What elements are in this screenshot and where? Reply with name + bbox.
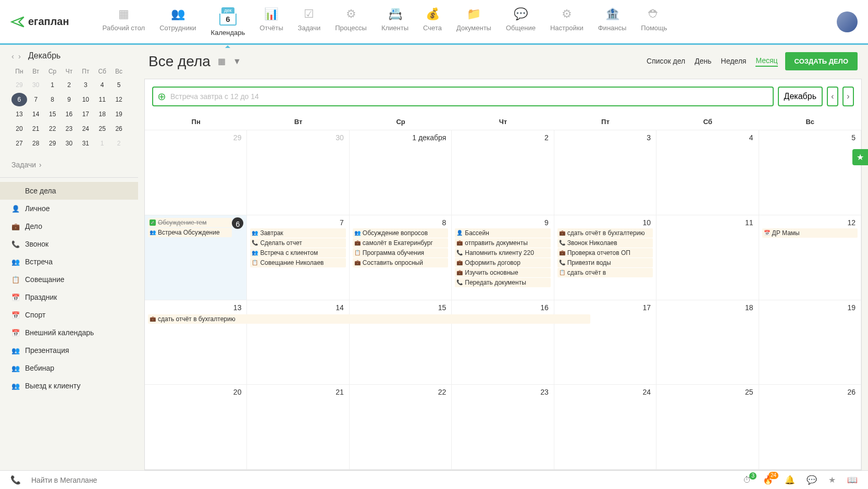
star-icon[interactable]: ★ — [828, 475, 836, 485]
sidebar-item-Внешний календарь[interactable]: 📅Внешний календарь — [0, 324, 138, 341]
mini-day[interactable]: 1 — [45, 78, 60, 92]
sidebar-item-Личное[interactable]: 👤Личное — [0, 200, 138, 217]
mini-day[interactable]: 3 — [78, 78, 93, 92]
event[interactable]: 💼Проверка отчетов ОП — [557, 248, 653, 258]
nav-Общение[interactable]: 💬Общение — [499, 3, 543, 41]
nav-Процессы[interactable]: ⚙Процессы — [328, 3, 374, 41]
cal-cell[interactable]: 26 — [759, 385, 861, 469]
cal-cell[interactable]: 1 декабря — [350, 130, 452, 215]
event[interactable]: 👤Бассейн — [455, 228, 550, 238]
nav-Отчёты[interactable]: 📊Отчёты — [252, 3, 290, 41]
event[interactable]: 💼самолёт в Екатеринбург — [353, 238, 448, 248]
cal-cell[interactable]: 11 — [656, 215, 759, 300]
event[interactable]: 📅ДР Мамы — [762, 228, 858, 238]
mini-day[interactable]: 30 — [61, 137, 77, 150]
mini-day[interactable]: 20 — [11, 122, 27, 136]
phone-icon[interactable]: 📞 — [10, 475, 21, 485]
event[interactable]: 📞Сделать отчет — [250, 238, 345, 248]
event[interactable]: 👥Завтрак — [250, 228, 345, 238]
mini-day[interactable]: 30 — [28, 78, 44, 92]
mini-day[interactable]: 12 — [111, 93, 127, 106]
list-icon[interactable]: ▦ — [218, 56, 226, 66]
nav-Помощь[interactable]: ⛑Помощь — [634, 3, 674, 41]
cal-cell[interactable]: 18 — [656, 300, 759, 385]
mini-day[interactable]: 29 — [11, 78, 27, 92]
mini-day[interactable]: 29 — [45, 137, 60, 150]
view-tab-Список дел[interactable]: Список дел — [647, 57, 685, 66]
create-task-button[interactable]: СОЗДАТЬ ДЕЛО — [785, 52, 858, 70]
cal-prev[interactable]: ‹ — [827, 87, 838, 106]
cal-next[interactable]: › — [842, 87, 854, 106]
mini-day[interactable]: 26 — [111, 122, 127, 136]
nav-Рабочий стол[interactable]: ▦Рабочий стол — [95, 3, 153, 41]
user-avatar[interactable] — [837, 11, 858, 32]
month-selector[interactable]: Декабрь — [778, 87, 823, 106]
cal-cell[interactable]: 9👤Бассейн💼отправить документы📞Напомнить … — [452, 215, 554, 300]
mini-day[interactable]: 5 — [111, 78, 127, 92]
view-tab-День[interactable]: День — [695, 57, 711, 66]
sidebar-item-Встреча[interactable]: 👥Встреча — [0, 253, 138, 271]
mini-day[interactable]: 28 — [28, 137, 44, 150]
mini-day[interactable]: 17 — [78, 107, 93, 121]
mini-day[interactable]: 4 — [94, 78, 110, 92]
mini-day[interactable]: 25 — [94, 122, 110, 136]
event[interactable]: 📞Привезти воды — [557, 258, 653, 267]
event[interactable]: 💼сдать отчёт в бухгалтерию — [557, 228, 653, 238]
tasks-link[interactable]: Задачи› — [0, 156, 138, 173]
nav-Клиенты[interactable]: 📇Клиенты — [374, 3, 416, 41]
sidebar-item-Совещание[interactable]: 📋Совещание — [0, 271, 138, 288]
sidebar-item-Выезд к клиенту[interactable]: 👥Выезд к клиенту — [0, 377, 138, 395]
mini-day[interactable]: 11 — [94, 93, 110, 106]
event[interactable]: 💼Оформить договор — [455, 258, 550, 267]
sidebar-item-Дело[interactable]: 💼Дело — [0, 217, 138, 235]
cal-cell[interactable]: 21 — [247, 385, 349, 469]
bell-icon[interactable]: 🔔 — [785, 475, 795, 485]
event[interactable]: 👥Встреча с клиентом — [250, 248, 345, 258]
event[interactable]: 📞Напомнить клиенту 220 — [455, 248, 550, 258]
cal-cell[interactable]: 30 — [247, 130, 349, 215]
mini-day[interactable]: 10 — [78, 93, 93, 106]
sidebar-item-Презентация[interactable]: 👥Презентация — [0, 341, 138, 359]
mini-day[interactable]: 22 — [45, 122, 60, 136]
mini-day[interactable]: 13 — [11, 107, 27, 121]
mini-day[interactable]: 21 — [28, 122, 44, 136]
event[interactable]: 📋Совещание Николаев — [250, 258, 345, 267]
cal-cell[interactable]: 8👥Обсуждение вопросов💼самолёт в Екатерин… — [350, 215, 452, 300]
event[interactable]: 👥Обсуждение вопросов — [353, 228, 448, 238]
cal-cell[interactable]: 7👥Завтрак📞Сделать отчет👥Встреча с клиент… — [247, 215, 349, 300]
event[interactable]: 💼Составить опросный — [353, 258, 448, 267]
mini-day[interactable]: 2 — [61, 78, 77, 92]
nav-Настройки[interactable]: ⚙Настройки — [543, 3, 591, 41]
event[interactable]: ✓Обсуждение тем — [148, 218, 232, 227]
cal-cell[interactable]: 23 — [452, 385, 554, 469]
cal-cell[interactable]: 13💼сдать отчёт в бухгалтерию — [145, 300, 247, 385]
alert-icon[interactable]: ⏱3 — [743, 475, 751, 485]
sidebar-item-Все дела[interactable]: Все дела — [0, 182, 138, 200]
event[interactable]: 💼Изучить основные — [455, 268, 550, 277]
book-icon[interactable]: 📖 — [847, 475, 858, 485]
sidebar-item-Вебинар[interactable]: 👥Вебинар — [0, 359, 138, 377]
chat-icon[interactable]: 💬 — [807, 475, 817, 485]
mini-day[interactable]: 1 — [94, 137, 110, 150]
sidebar-item-Спорт[interactable]: 📅Спорт — [0, 306, 138, 324]
event-span[interactable]: 💼сдать отчёт в бухгалтерию — [148, 314, 590, 324]
mini-day[interactable]: 23 — [61, 122, 77, 136]
view-tab-Месяц[interactable]: Месяц — [755, 56, 777, 67]
cal-cell[interactable]: 19 — [759, 300, 861, 385]
fire-icon[interactable]: 🔥24 — [763, 475, 773, 485]
nav-Сотрудники[interactable]: 👥Сотрудники — [152, 3, 203, 41]
global-search[interactable] — [31, 476, 188, 484]
nav-Финансы[interactable]: 🏦Финансы — [591, 3, 634, 41]
cal-cell[interactable]: 6✓Обсуждение тем👥Встреча Обсуждение — [145, 215, 247, 300]
nav-Счета[interactable]: 💰Счета — [416, 3, 449, 41]
mini-day[interactable]: 9 — [61, 93, 77, 106]
mini-day[interactable]: 2 — [111, 137, 127, 150]
sidebar-item-Звонок[interactable]: 📞Звонок — [0, 235, 138, 253]
cal-cell[interactable]: 14 — [247, 300, 349, 385]
cal-cell[interactable]: 5 — [759, 130, 861, 215]
cal-cell[interactable]: 10💼сдать отчёт в бухгалтерию📞Звонок Нико… — [554, 215, 656, 300]
event[interactable]: 💼отправить документы — [455, 238, 550, 248]
mini-day[interactable]: 6 — [11, 93, 27, 106]
view-tab-Неделя[interactable]: Неделя — [721, 57, 747, 66]
star-tab[interactable]: ★ — [852, 149, 868, 165]
